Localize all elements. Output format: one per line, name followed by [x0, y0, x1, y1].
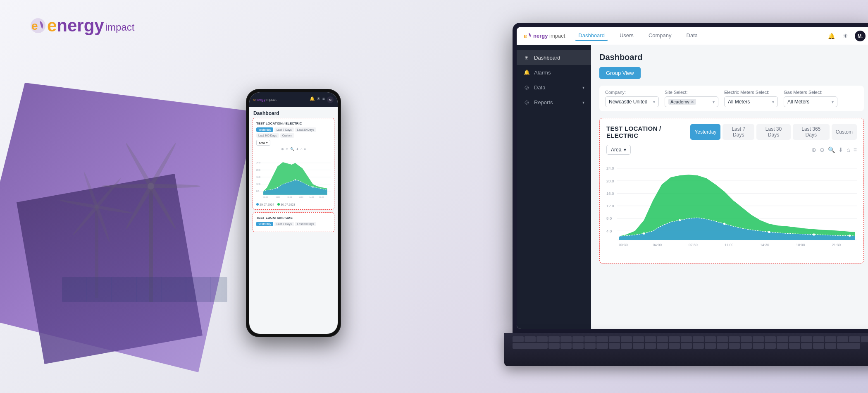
gas-filter-group: Gas Meters Select: All Meters ▾ — [784, 90, 837, 107]
svg-text:11:00: 11:00 — [725, 243, 734, 247]
download-icon[interactable]: ⬇ — [838, 146, 843, 153]
svg-point-28 — [277, 187, 278, 188]
reports-icon: ◎ — [523, 99, 530, 105]
nav-users[interactable]: Users — [616, 31, 637, 41]
menu-icon[interactable]: ≡ — [854, 146, 857, 153]
nav-company[interactable]: Company — [645, 31, 675, 41]
logo-impact-text: impact — [105, 22, 135, 33]
site-chevron-icon: ▾ — [713, 100, 715, 104]
logo-icon: e — [29, 17, 47, 35]
phone-download-icon[interactable]: ⬇ — [296, 147, 299, 151]
app-logo-text: nergy impact — [533, 33, 565, 39]
svg-point-56 — [849, 235, 851, 237]
phone-btn-custom[interactable]: Custom — [280, 133, 294, 138]
phone-gas-btn-7days[interactable]: Last 7 Days — [274, 222, 294, 226]
phone-home-icon[interactable]: ⌂ — [300, 147, 303, 151]
phone-chart-2-title: TEST LOCATION / GAS — [256, 216, 331, 220]
phone-menu-chart-icon[interactable]: ≡ — [304, 147, 306, 151]
btn-30days[interactable]: Last 30 Days — [756, 124, 791, 140]
svg-point-30 — [312, 186, 313, 187]
phone-gas-btn-yesterday[interactable]: Yesterday — [256, 222, 273, 226]
sidebar-item-data[interactable]: ◎ Data ▾ — [517, 80, 591, 95]
group-view-button[interactable]: Group View — [599, 67, 641, 79]
site-tag-remove[interactable]: ✕ — [691, 100, 694, 104]
svg-text:20.0: 20.0 — [606, 179, 614, 183]
sidebar-item-dashboard-label: Dashboard — [534, 55, 560, 61]
site-filter-group: Site Select: Academy ✕ ▾ — [665, 90, 718, 107]
svg-text:e: e — [524, 33, 527, 39]
sun-icon[interactable]: ☀ — [841, 31, 850, 41]
phone-search-icon[interactable]: 🔍 — [290, 147, 294, 151]
app-nav: Dashboard Users Company Data — [575, 31, 817, 41]
company-filter-select[interactable]: Newcastle United ▾ — [605, 96, 659, 107]
nav-data[interactable]: Data — [683, 31, 701, 41]
time-buttons: Yesterday Last 7 Days Last 30 Days Last … — [690, 124, 857, 140]
phone-chart-svg-area: 24.0 20.0 16.0 12.0 8.0 — [256, 152, 331, 202]
app-topbar: e nergy impact Dashboard Users Company D… — [517, 27, 868, 45]
area-label: Area — [611, 147, 621, 153]
phone-btn-365days[interactable]: Last 365 Days — [256, 133, 279, 138]
phone-btn-7days[interactable]: Last 7 Days — [274, 127, 294, 132]
site-filter-select[interactable]: Academy ✕ ▾ — [665, 96, 718, 107]
svg-text:12.0: 12.0 — [256, 183, 260, 185]
svg-text:8.0: 8.0 — [606, 216, 612, 220]
laptop-device: e nergy impact Dashboard Users Company D… — [504, 23, 868, 379]
btn-7days[interactable]: Last 7 Days — [723, 124, 754, 140]
phone-zoom-out-icon[interactable]: ⊖ — [286, 147, 289, 151]
user-avatar[interactable]: M. — [855, 31, 866, 41]
btn-custom[interactable]: Custom — [832, 124, 857, 140]
svg-text:16.0: 16.0 — [256, 176, 260, 178]
chart-toolbar: ⊕ ⊖ 🔍 ⬇ ⌂ ≡ — [811, 146, 857, 153]
bell-icon[interactable]: 🔔 — [827, 31, 836, 41]
svg-text:00:00: 00:00 — [263, 196, 268, 198]
magnify-icon[interactable]: 🔍 — [828, 146, 835, 153]
chart-svg: 24.0 20.0 16.0 12.0 8.0 4.0 — [606, 158, 857, 257]
svg-point-54 — [768, 231, 770, 233]
phone-btn-30days[interactable]: Last 30 Days — [295, 127, 316, 132]
svg-point-53 — [723, 223, 725, 225]
svg-point-51 — [643, 232, 645, 235]
area-selector[interactable]: Area ▾ — [606, 145, 631, 155]
svg-point-4 — [148, 183, 154, 189]
page-title: Dashboard — [599, 53, 864, 62]
phone-topbar: energyimpact 🔔 ☀ ≡ M — [249, 92, 338, 107]
phone-btn-yesterday[interactable]: Yesterday — [256, 127, 273, 132]
sidebar-item-dashboard[interactable]: ⊞ Dashboard — [517, 50, 591, 65]
phone-page-title: Dashboard — [249, 107, 338, 118]
electric-filter-group: Electric Meters Select: All Meters ▾ — [724, 90, 778, 107]
svg-text:18:00: 18:00 — [320, 196, 324, 198]
sidebar-item-alarms[interactable]: 🔔 Alarms — [517, 65, 591, 80]
phone-menu-icon: ≡ — [322, 96, 325, 103]
phone-topbar-icons: 🔔 ☀ ≡ M — [310, 96, 334, 103]
company-chevron-icon: ▾ — [653, 100, 655, 104]
svg-text:21:30: 21:30 — [832, 243, 841, 247]
phone-zoom-in-icon[interactable]: ⊕ — [281, 147, 284, 151]
svg-text:07:30: 07:30 — [287, 196, 292, 198]
chart-svg-container: 24.0 20.0 16.0 12.0 8.0 4.0 — [606, 158, 857, 257]
svg-text:16.0: 16.0 — [606, 191, 614, 196]
nav-dashboard[interactable]: Dashboard — [575, 31, 608, 41]
gas-filter-label: Gas Meters Select: — [784, 90, 837, 95]
zoom-out-icon[interactable]: ⊖ — [820, 146, 825, 153]
gas-filter-select[interactable]: All Meters ▾ — [784, 96, 837, 107]
topbar-icons: 🔔 ☀ M. — [827, 31, 866, 41]
sidebar-item-reports[interactable]: ◎ Reports ▾ — [517, 95, 591, 110]
svg-text:24.0: 24.0 — [256, 161, 260, 164]
phone-gas-btn-30days[interactable]: Last 30 Days — [295, 222, 316, 226]
home-icon[interactable]: ⌂ — [847, 146, 850, 153]
phone-area-selector[interactable]: Area ▾ — [256, 140, 270, 146]
reports-arrow-icon: ▾ — [582, 100, 584, 105]
btn-yesterday[interactable]: Yesterday — [690, 124, 720, 140]
btn-365days[interactable]: Last 365 Days — [793, 124, 830, 140]
svg-text:14:30: 14:30 — [310, 196, 314, 198]
phone-logo: energyimpact — [253, 98, 277, 102]
phone-chart-1-title: TEST LOCATION / ELECTRIC — [256, 122, 331, 125]
area-chevron-icon: ▾ — [624, 147, 626, 153]
electric-filter-select[interactable]: All Meters ▾ — [724, 96, 778, 107]
dashboard-icon: ⊞ — [523, 54, 530, 61]
svg-text:18:00: 18:00 — [796, 243, 805, 247]
phone-avatar: M — [327, 96, 334, 103]
zoom-in-icon[interactable]: ⊕ — [811, 146, 816, 153]
electric-value: All Meters — [728, 99, 750, 105]
svg-text:14:30: 14:30 — [760, 243, 769, 247]
